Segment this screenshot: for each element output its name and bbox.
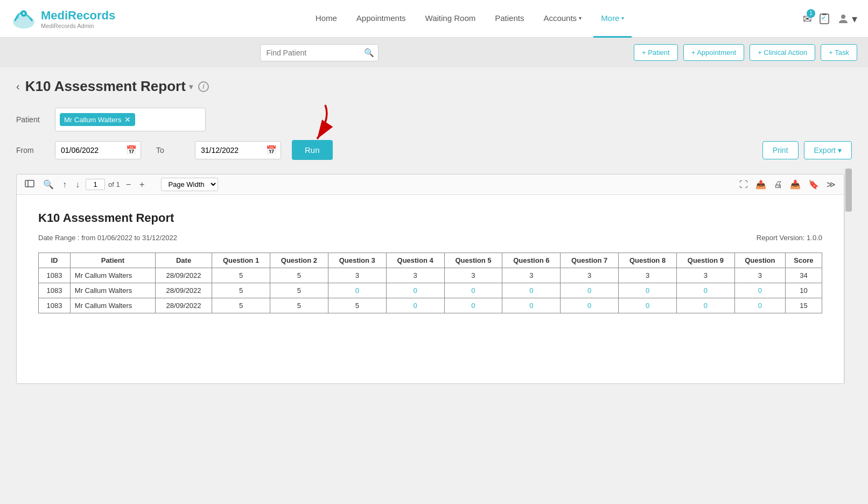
page-title: K10 Assessment Report ▾ bbox=[25, 78, 193, 95]
info-icon[interactable]: i bbox=[198, 81, 209, 92]
table-cell: 0 bbox=[619, 298, 677, 313]
table-cell: 3 bbox=[502, 268, 561, 283]
table-header-row: ID Patient Date Question 1 Question 2 Qu… bbox=[39, 253, 822, 268]
nav-links: Home Appointments Waiting Room Patients … bbox=[137, 0, 803, 38]
table-cell: 5 bbox=[212, 283, 270, 298]
col-q4: Question 4 bbox=[386, 253, 444, 268]
accounts-caret-icon: ▾ bbox=[579, 15, 582, 21]
report-viewer: 🔍 ↑ ↓ of 1 − + Page Width 100% 75% 50% ⛶… bbox=[16, 174, 844, 384]
col-id: ID bbox=[39, 253, 71, 268]
table-cell: 0 bbox=[328, 283, 386, 298]
zoom-in-btn[interactable]: + bbox=[137, 179, 147, 191]
back-button[interactable]: ‹ bbox=[16, 80, 20, 93]
task-icon-btn[interactable] bbox=[818, 13, 830, 25]
table-cell: 1083 bbox=[39, 298, 71, 313]
mail-icon-btn[interactable]: ✉ 1 bbox=[803, 12, 812, 25]
col-q9: Question 9 bbox=[676, 253, 734, 268]
table-cell: 0 bbox=[502, 298, 561, 313]
run-button[interactable]: Run bbox=[292, 140, 333, 160]
find-patient-input[interactable] bbox=[260, 44, 379, 61]
patient-label: Patient bbox=[16, 115, 48, 124]
from-date-wrap: 📅 bbox=[55, 141, 141, 159]
from-calendar-icon[interactable]: 📅 bbox=[126, 145, 137, 155]
zoom-select[interactable]: Page Width 100% 75% 50% bbox=[161, 178, 218, 191]
export-button[interactable]: Export ▾ bbox=[804, 141, 852, 159]
export-caret-icon: ▾ bbox=[838, 146, 842, 155]
add-task-button[interactable]: + Task bbox=[821, 44, 857, 61]
nav-patients[interactable]: Patients bbox=[487, 0, 531, 38]
subheader: 🔍 + Patient + Appointment + Clinical Act… bbox=[0, 38, 868, 67]
table-cell: 5 bbox=[212, 268, 270, 283]
table-cell: 3 bbox=[676, 268, 734, 283]
table-cell: 0 bbox=[676, 283, 734, 298]
bookmark-btn[interactable]: 🔖 bbox=[806, 178, 822, 191]
to-date-wrap: 📅 bbox=[195, 141, 281, 159]
table-cell: 34 bbox=[785, 268, 822, 283]
patient-tag: Mr Callum Walters ✕ bbox=[60, 113, 135, 126]
nav-home[interactable]: Home bbox=[308, 0, 345, 38]
patient-tag-remove-button[interactable]: ✕ bbox=[124, 115, 131, 124]
table-cell: 0 bbox=[444, 298, 502, 313]
nav-actions: ✉ 1 ▾ bbox=[803, 12, 857, 25]
table-cell: 0 bbox=[444, 283, 502, 298]
table-cell: 3 bbox=[386, 268, 444, 283]
table-cell: 5 bbox=[270, 298, 328, 313]
col-q6: Question 6 bbox=[502, 253, 561, 268]
table-cell: Mr Callum Walters bbox=[70, 283, 155, 298]
table-cell: 3 bbox=[444, 268, 502, 283]
table-cell: 0 bbox=[561, 283, 619, 298]
patient-tag-name: Mr Callum Walters bbox=[64, 116, 121, 124]
table-cell: 0 bbox=[386, 283, 444, 298]
nav-waiting-room[interactable]: Waiting Room bbox=[418, 0, 484, 38]
table-cell: 15 bbox=[785, 298, 822, 313]
date-row: From 📅 To 📅 bbox=[16, 141, 281, 159]
col-q5: Question 5 bbox=[444, 253, 502, 268]
table-cell: 3 bbox=[328, 268, 386, 283]
table-cell: 28/09/2022 bbox=[155, 298, 212, 313]
scrollbar-track[interactable] bbox=[844, 169, 852, 384]
to-calendar-icon[interactable]: 📅 bbox=[266, 145, 277, 155]
title-caret-icon[interactable]: ▾ bbox=[189, 82, 193, 91]
add-appointment-button[interactable]: + Appointment bbox=[683, 44, 744, 61]
zoom-out-btn[interactable]: − bbox=[123, 179, 134, 191]
brand-name: MediRecords bbox=[41, 9, 115, 23]
download-btn[interactable]: 📥 bbox=[787, 178, 803, 191]
print-report-btn[interactable]: 🖨 bbox=[771, 179, 785, 191]
date-range-text: Date Range : from 01/06/2022 to 31/12/20… bbox=[38, 234, 177, 242]
add-patient-button[interactable]: + Patient bbox=[634, 44, 678, 61]
report-table: ID Patient Date Question 1 Question 2 Qu… bbox=[38, 253, 822, 313]
table-cell: 0 bbox=[676, 298, 734, 313]
prev-page-btn[interactable]: ↑ bbox=[60, 179, 69, 191]
table-cell: 0 bbox=[734, 283, 785, 298]
user-menu-btn[interactable]: ▾ bbox=[837, 12, 857, 25]
table-cell: 1083 bbox=[39, 283, 71, 298]
report-toolbar: 🔍 ↑ ↓ of 1 − + Page Width 100% 75% 50% ⛶… bbox=[17, 174, 844, 195]
more-caret-icon: ▾ bbox=[621, 15, 624, 21]
nav-appointments[interactable]: Appointments bbox=[349, 0, 414, 38]
print-button[interactable]: Print bbox=[762, 141, 799, 159]
table-row: 1083Mr Callum Walters28/09/2022550000000… bbox=[39, 283, 822, 298]
scrollbar-thumb[interactable] bbox=[845, 169, 852, 212]
search-icon: 🔍 bbox=[364, 48, 374, 58]
patient-input-wrap[interactable]: Mr Callum Walters ✕ bbox=[55, 108, 206, 131]
col-q1: Question 1 bbox=[212, 253, 270, 268]
search-report-btn[interactable]: 🔍 bbox=[40, 178, 57, 191]
col-q7: Question 7 bbox=[561, 253, 619, 268]
nav-accounts[interactable]: Accounts ▾ bbox=[536, 0, 589, 38]
table-cell: Mr Callum Walters bbox=[70, 298, 155, 313]
table-row: 1083Mr Callum Walters28/09/2022553333333… bbox=[39, 268, 822, 283]
more-options-btn[interactable]: ≫ bbox=[824, 178, 838, 191]
page-number-input[interactable] bbox=[86, 179, 105, 190]
toggle-sidebar-icon-btn[interactable] bbox=[22, 179, 37, 191]
add-clinical-action-button[interactable]: + Clinical Action bbox=[750, 44, 815, 61]
nav-more[interactable]: More ▾ bbox=[593, 0, 632, 38]
run-btn-area: Run bbox=[288, 140, 333, 160]
full-screen-btn[interactable]: ⛶ bbox=[737, 179, 751, 191]
brand: MediRecords MediRecords Admin bbox=[11, 6, 115, 32]
table-cell: 5 bbox=[328, 298, 386, 313]
export-report-btn[interactable]: 📤 bbox=[753, 178, 769, 191]
patient-row: Patient Mr Callum Walters ✕ bbox=[16, 108, 852, 131]
table-cell: Mr Callum Walters bbox=[70, 268, 155, 283]
next-page-btn[interactable]: ↓ bbox=[73, 179, 82, 191]
table-cell: 3 bbox=[561, 268, 619, 283]
